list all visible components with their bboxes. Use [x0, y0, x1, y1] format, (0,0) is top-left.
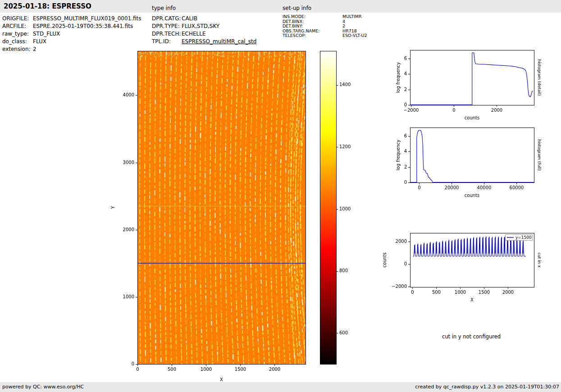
footer-powered-by: powered by QC: www.eso.org/HC [2, 384, 84, 390]
histogram-full-plot [374, 123, 554, 206]
type-info-row: DPR.TECH:ECHELLE [152, 30, 256, 38]
page-title: 2025-01-18: ESPRESSO [4, 2, 91, 10]
field-value: ESPRE.2025-01-19T00:35:38.441.fits [33, 23, 133, 29]
field-label: DPR.TYPE: [152, 23, 182, 30]
raw-frame-heatmap [108, 45, 374, 385]
type-info-row: DPR.CATG:CALIB [152, 15, 256, 23]
field-label: raw_type: [2, 30, 33, 38]
field-label: INS.MODE: [283, 14, 342, 19]
field-value: 2 [342, 23, 345, 28]
field-label: DPR.TECH: [152, 30, 182, 38]
field-label: DPR.CATG: [152, 15, 182, 23]
field-value: STD_FLUX [33, 31, 60, 37]
field-label: DET.BINY: [283, 24, 342, 29]
field-label: TELESCOP: [283, 33, 342, 38]
cut-in-y-message: cut in y not configured [413, 333, 530, 340]
field-value: HR718 [342, 28, 357, 33]
type-info-block: DPR.CATG:CALIB DPR.TYPE:FLUX,STD,SKY DPR… [152, 15, 256, 46]
field-value: ECHELLE [182, 31, 206, 37]
footer-created-by: created by qc_rawdisp.py v1.2.3 on 2025-… [415, 384, 559, 390]
type-info-row: TPL.ID:ESPRESSO_multiMR_cal_std [152, 38, 256, 46]
file-info-row: do_class:FLUX [2, 38, 141, 46]
setup-info-heading: set-up info [283, 5, 311, 11]
file-info-row: ARCFILE:ESPRE.2025-01-19T00:35:38.441.fi… [2, 23, 141, 30]
field-label: do_class: [2, 38, 33, 46]
field-value: MULTIMR [342, 14, 362, 19]
tpl-id-link[interactable]: ESPRESSO_multiMR_cal_std [182, 38, 256, 45]
field-label: ORIGFILE: [2, 15, 33, 23]
field-value: ESPRESSO_MULTIMR_FLUX019_0001.fits [33, 15, 141, 22]
field-value: FLUX [33, 38, 46, 45]
histogram-detail-plot [374, 45, 554, 128]
cut-in-x-plot [374, 228, 554, 311]
setup-info-row: INS.MODE:MULTIMR [283, 14, 367, 19]
field-label: extension: [2, 46, 33, 53]
file-info-row: ORIGFILE:ESPRESSO_MULTIMR_FLUX019_0001.f… [2, 15, 141, 23]
file-info-row: raw_type:STD_FLUX [2, 30, 141, 38]
setup-info-block: INS.MODE:MULTIMR DET.BINX:4 DET.BINY:2 O… [283, 14, 367, 38]
type-info-heading: type info [152, 5, 176, 11]
field-value: 4 [342, 19, 345, 24]
field-label: TPL.ID: [152, 38, 182, 46]
type-info-row: DPR.TYPE:FLUX,STD,SKY [152, 23, 256, 30]
field-value: CALIB [182, 15, 197, 22]
footer-bar: powered by QC: www.eso.org/HC created by… [0, 382, 561, 392]
field-label: ARCFILE: [2, 23, 33, 30]
header-bar: 2025-01-18: ESPRESSO type info set-up in… [0, 0, 561, 13]
setup-info-row: TELESCOP:ESO-VLT-U2 [283, 33, 367, 38]
field-value: ESO-VLT-U2 [342, 33, 367, 38]
field-value: FLUX,STD,SKY [182, 23, 219, 29]
field-value: 2 [33, 46, 36, 52]
